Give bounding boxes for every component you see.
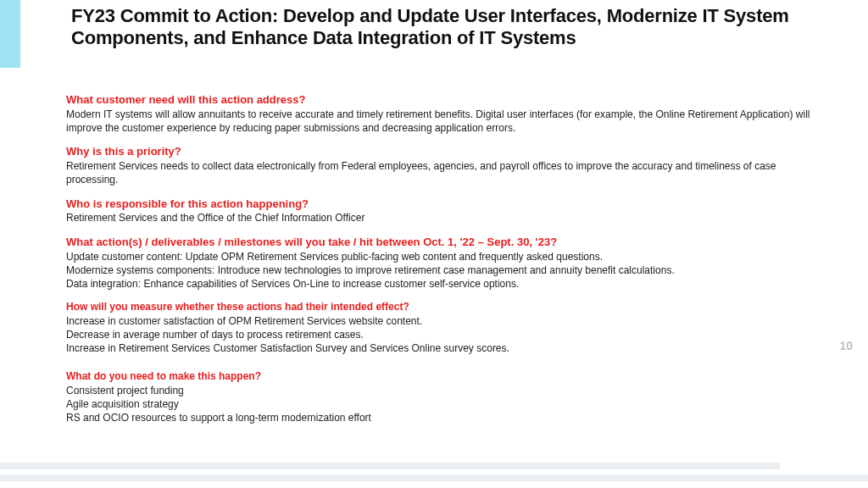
answer-actions-line: Data integration: Enhance capabilities o… [66, 277, 812, 291]
question-priority: Why is this a priority? [66, 145, 812, 159]
answer-actions-line: Modernize systems components: Introduce … [66, 263, 812, 277]
answer-need-line: Agile acquisition strategy [66, 397, 812, 411]
footer-bar [0, 474, 868, 481]
slide-title: FY23 Commit to Action: Develop and Updat… [71, 5, 834, 50]
footer-bar [0, 463, 780, 469]
answer-need-line: Consistent project funding [66, 384, 812, 397]
page-number: 10 [839, 339, 853, 352]
section-customer-need: What customer need will this action addr… [66, 93, 812, 135]
answer-actions-line: Update customer content: Update OPM Reti… [66, 250, 812, 263]
answer-priority: Retirement Services needs to collect dat… [66, 159, 812, 186]
question-measure: How will you measure whether these actio… [66, 301, 812, 314]
footer-bars [0, 463, 868, 481]
answer-actions: Update customer content: Update OPM Reti… [66, 250, 812, 291]
question-need: What do you need to make this happen? [66, 370, 812, 384]
answer-measure-line: Increase in customer satisfaction of OPM… [66, 314, 812, 328]
question-customer-need: What customer need will this action addr… [66, 93, 812, 108]
question-responsible: Who is responsible for this action happe… [66, 197, 812, 212]
section-need: What do you need to make this happen? Co… [66, 370, 812, 424]
answer-measure-line: Increase in Retirement Services Customer… [66, 341, 812, 355]
section-actions: What action(s) / deliverables / mileston… [66, 236, 812, 291]
question-actions: What action(s) / deliverables / mileston… [66, 236, 812, 250]
answer-need: Consistent project funding Agile acquisi… [66, 384, 812, 425]
section-priority: Why is this a priority? Retirement Servi… [66, 145, 812, 186]
slide-content: What customer need will this action addr… [66, 93, 812, 431]
slide-accent-bar [0, 0, 20, 68]
answer-responsible: Retirement Services and the Office of th… [66, 211, 812, 225]
section-responsible: Who is responsible for this action happe… [66, 197, 812, 225]
answer-customer-need: Modern IT systems will allow annuitants … [66, 108, 812, 135]
answer-measure: Increase in customer satisfaction of OPM… [66, 314, 812, 356]
section-measure: How will you measure whether these actio… [66, 301, 812, 355]
answer-measure-line: Decrease in average number of days to pr… [66, 328, 812, 341]
answer-need-line: RS and OCIO resources to support a long-… [66, 411, 812, 424]
